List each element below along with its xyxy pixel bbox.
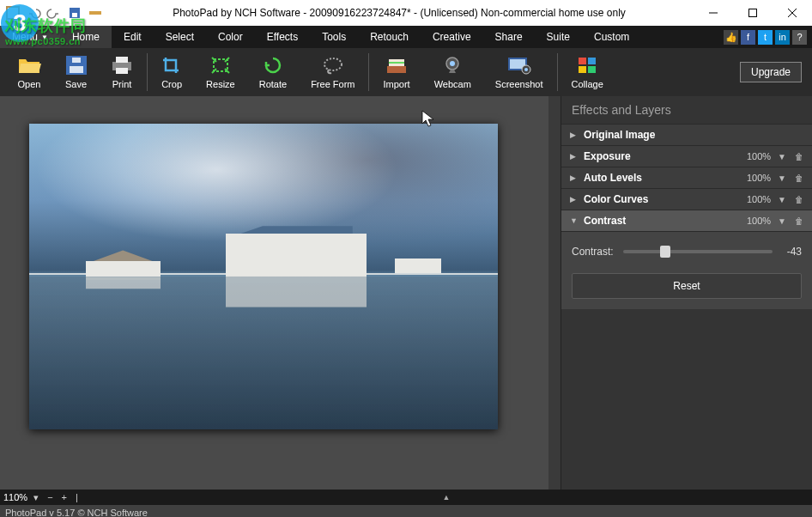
tab-share[interactable]: Share <box>483 26 535 48</box>
redo-icon[interactable] <box>45 3 64 22</box>
contrast-slider-row: Contrast: -43 <box>572 246 802 258</box>
undo-icon[interactable] <box>24 3 43 22</box>
toolbar-separator <box>557 53 558 91</box>
svg-rect-29 <box>588 58 596 64</box>
contrast-label: Contrast: <box>572 246 616 258</box>
vertical-scrollbar[interactable] <box>548 96 561 490</box>
menu-label: Menu <box>12 31 38 43</box>
print-button[interactable]: Print <box>99 53 145 91</box>
chevron-down-icon[interactable]: ▼ <box>776 195 788 204</box>
svg-rect-19 <box>387 66 406 73</box>
layer-auto-levels[interactable]: ▶ Auto Levels 100% ▼ 🗑 <box>561 167 812 189</box>
titlebar: PhotoPad by NCH Software - 2009091622372… <box>0 0 812 26</box>
social-icons: 👍 f t in ? <box>724 26 812 48</box>
window-title: PhotoPad by NCH Software - 2009091622372… <box>105 7 694 19</box>
svg-rect-16 <box>116 68 128 74</box>
separator: | <box>73 492 81 502</box>
help-icon[interactable]: ? <box>792 30 807 45</box>
rotate-button[interactable]: Rotate <box>247 53 299 91</box>
zoom-bar: 110% ▾ − + | ▲ <box>0 490 812 505</box>
close-button[interactable] <box>773 0 812 26</box>
status-text: PhotoPad v 5.17 © NCH Software <box>5 508 148 517</box>
tab-retouch[interactable]: Retouch <box>358 26 421 48</box>
crop-button[interactable]: Crop <box>149 53 194 91</box>
open-button[interactable]: Open <box>5 53 53 91</box>
menubar: Menu ▼ Home Edit Select Color Effects To… <box>0 26 812 48</box>
svg-rect-28 <box>579 58 586 64</box>
scanner-icon <box>385 55 408 76</box>
tab-effects[interactable]: Effects <box>255 26 310 48</box>
minimize-button[interactable] <box>694 0 733 26</box>
freeform-button[interactable]: Free Form <box>299 53 367 91</box>
toolbar-separator <box>368 53 369 91</box>
layer-exposure[interactable]: ▶ Exposure 100% ▼ 🗑 <box>561 146 812 167</box>
save-disk-icon <box>66 55 87 76</box>
chevron-down-icon[interactable]: ▼ <box>776 216 788 226</box>
trash-icon[interactable]: 🗑 <box>793 173 805 183</box>
layer-color-curves[interactable]: ▶ Color Curves 100% ▼ 🗑 <box>561 189 812 210</box>
tab-color[interactable]: Color <box>206 26 255 48</box>
facebook-icon[interactable]: f <box>741 30 755 45</box>
trash-icon[interactable]: 🗑 <box>793 152 805 161</box>
rotate-icon <box>263 55 283 76</box>
layer-original-image[interactable]: ▶ Original Image <box>561 125 812 146</box>
toolbar-separator <box>147 53 148 91</box>
canvas-viewport[interactable] <box>0 96 548 490</box>
svg-rect-12 <box>70 66 83 73</box>
chevron-down-icon[interactable]: ▼ <box>776 173 788 183</box>
svg-point-27 <box>524 68 528 71</box>
webcam-button[interactable]: Webcam <box>422 53 483 91</box>
ruler-icon[interactable] <box>86 3 105 22</box>
save-button[interactable]: Save <box>53 53 99 91</box>
zoom-level: 110% <box>3 492 27 502</box>
webcam-icon <box>442 55 463 76</box>
collage-button[interactable]: Collage <box>560 53 615 91</box>
svg-rect-8 <box>749 9 757 17</box>
workspace: Effects and Layers ▶ Original Image ▶ Ex… <box>0 96 812 490</box>
svg-rect-30 <box>579 66 586 73</box>
import-button[interactable]: Import <box>371 53 421 91</box>
maximize-button[interactable] <box>733 0 773 26</box>
menu-button[interactable]: Menu ▼ <box>0 26 60 48</box>
collage-icon <box>577 55 597 76</box>
contrast-controls: Contrast: -43 Reset <box>561 232 812 309</box>
folder-open-icon <box>17 55 41 76</box>
zoom-out-button[interactable]: − <box>45 492 55 502</box>
svg-rect-6 <box>89 11 101 15</box>
layer-contrast[interactable]: ▼ Contrast 100% ▼ 🗑 <box>561 210 812 232</box>
svg-rect-31 <box>588 66 596 73</box>
tab-select[interactable]: Select <box>154 26 206 48</box>
tab-custom[interactable]: Custom <box>582 26 641 48</box>
zoom-dropdown-icon[interactable]: ▾ <box>31 492 41 503</box>
tab-edit[interactable]: Edit <box>112 26 154 48</box>
trash-icon[interactable]: 🗑 <box>793 195 805 204</box>
photo-canvas[interactable] <box>29 124 498 429</box>
tab-suite[interactable]: Suite <box>535 26 582 48</box>
collapse-panel-icon[interactable]: ▲ <box>84 493 809 502</box>
printer-icon <box>111 55 133 76</box>
tab-home[interactable]: Home <box>60 26 112 48</box>
linkedin-icon[interactable]: in <box>775 30 790 45</box>
chevron-down-icon[interactable]: ▼ <box>776 152 788 161</box>
tab-tools[interactable]: Tools <box>310 26 358 48</box>
app-icon <box>3 3 22 22</box>
upgrade-button[interactable]: Upgrade <box>740 62 802 82</box>
screenshot-button[interactable]: Screenshot <box>483 53 555 91</box>
trash-icon[interactable]: 🗑 <box>793 216 805 226</box>
chevron-down-icon: ▼ <box>570 216 579 225</box>
slider-thumb[interactable] <box>660 246 670 258</box>
reset-button[interactable]: Reset <box>572 273 802 299</box>
tab-creative[interactable]: Creative <box>421 26 483 48</box>
save-quick-icon[interactable] <box>65 3 84 22</box>
status-bar: PhotoPad v 5.17 © NCH Software <box>0 505 812 517</box>
resize-button[interactable]: Resize <box>194 53 247 91</box>
svg-rect-13 <box>72 58 81 63</box>
twitter-icon[interactable]: t <box>758 30 773 45</box>
zoom-in-button[interactable]: + <box>59 492 70 502</box>
effects-panel: Effects and Layers ▶ Original Image ▶ Ex… <box>561 96 812 490</box>
svg-rect-3 <box>8 8 18 18</box>
like-icon[interactable]: 👍 <box>724 30 738 45</box>
svg-rect-15 <box>116 57 128 63</box>
svg-point-23 <box>450 61 455 66</box>
contrast-slider[interactable] <box>623 250 773 253</box>
